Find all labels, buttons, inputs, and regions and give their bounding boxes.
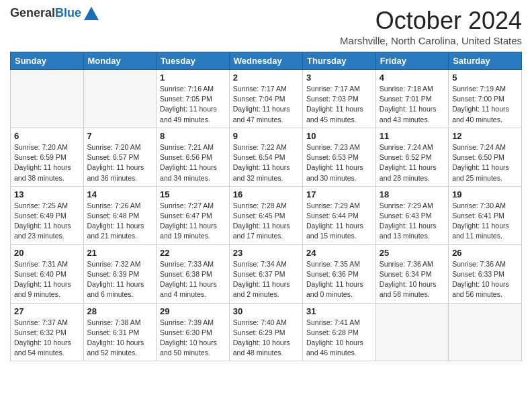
calendar-cell: 9Sunrise: 7:22 AM Sunset: 6:54 PM Daylig… [229, 128, 302, 186]
day-number: 14 [87, 189, 153, 199]
day-number: 15 [160, 189, 226, 199]
day-detail: Sunrise: 7:39 AM Sunset: 6:30 PM Dayligh… [160, 318, 226, 359]
day-detail: Sunrise: 7:17 AM Sunset: 7:03 PM Dayligh… [306, 84, 372, 125]
weekday-header-friday: Friday [375, 52, 448, 70]
day-number: 31 [306, 306, 372, 316]
day-detail: Sunrise: 7:17 AM Sunset: 7:04 PM Dayligh… [233, 84, 299, 125]
day-detail: Sunrise: 7:35 AM Sunset: 6:36 PM Dayligh… [306, 259, 372, 300]
day-number: 26 [452, 248, 518, 258]
day-detail: Sunrise: 7:21 AM Sunset: 6:56 PM Dayligh… [160, 142, 226, 183]
calendar-cell: 18Sunrise: 7:29 AM Sunset: 6:43 PM Dayli… [375, 186, 448, 244]
calendar-week-row: 6Sunrise: 7:20 AM Sunset: 6:59 PM Daylig… [11, 128, 522, 186]
day-number: 22 [160, 248, 226, 258]
day-detail: Sunrise: 7:37 AM Sunset: 6:32 PM Dayligh… [14, 318, 80, 359]
calendar-week-row: 20Sunrise: 7:31 AM Sunset: 6:40 PM Dayli… [11, 244, 522, 303]
day-number: 11 [380, 131, 445, 141]
day-detail: Sunrise: 7:20 AM Sunset: 6:59 PM Dayligh… [14, 142, 80, 183]
day-number: 27 [14, 306, 80, 316]
day-number: 18 [380, 189, 445, 199]
day-number: 20 [14, 248, 80, 258]
day-number: 28 [87, 306, 153, 316]
day-number: 21 [87, 248, 153, 258]
calendar-cell: 22Sunrise: 7:33 AM Sunset: 6:38 PM Dayli… [157, 244, 230, 303]
day-detail: Sunrise: 7:38 AM Sunset: 6:31 PM Dayligh… [87, 318, 153, 359]
day-number: 5 [452, 73, 518, 83]
weekday-header-sunday: Sunday [11, 52, 84, 70]
logo-icon [84, 7, 99, 20]
logo-blue-text: Blue [55, 6, 81, 19]
day-number: 1 [160, 73, 226, 83]
calendar-week-row: 27Sunrise: 7:37 AM Sunset: 6:32 PM Dayli… [11, 303, 522, 361]
day-number: 9 [233, 131, 299, 141]
day-number: 23 [233, 248, 299, 258]
calendar-cell: 29Sunrise: 7:39 AM Sunset: 6:30 PM Dayli… [157, 303, 230, 361]
day-detail: Sunrise: 7:29 AM Sunset: 6:43 PM Dayligh… [380, 201, 445, 242]
calendar-cell: 31Sunrise: 7:41 AM Sunset: 6:28 PM Dayli… [303, 303, 376, 361]
day-detail: Sunrise: 7:40 AM Sunset: 6:29 PM Dayligh… [233, 318, 299, 359]
calendar-cell: 17Sunrise: 7:29 AM Sunset: 6:44 PM Dayli… [303, 186, 376, 244]
page-header: GeneralBlue October 2024 Marshville, Nor… [10, 7, 522, 46]
calendar-header-row: SundayMondayTuesdayWednesdayThursdayFrid… [11, 52, 522, 70]
calendar-cell: 23Sunrise: 7:34 AM Sunset: 6:37 PM Dayli… [229, 244, 302, 303]
calendar-cell: 14Sunrise: 7:26 AM Sunset: 6:48 PM Dayli… [83, 186, 157, 244]
calendar-cell: 8Sunrise: 7:21 AM Sunset: 6:56 PM Daylig… [157, 128, 230, 186]
calendar-cell: 19Sunrise: 7:30 AM Sunset: 6:41 PM Dayli… [449, 186, 522, 244]
calendar-cell [83, 70, 157, 128]
day-detail: Sunrise: 7:27 AM Sunset: 6:47 PM Dayligh… [160, 201, 226, 242]
calendar-cell: 25Sunrise: 7:36 AM Sunset: 6:34 PM Dayli… [375, 244, 448, 303]
title-block: October 2024 Marshville, North Carolina,… [340, 7, 522, 46]
day-detail: Sunrise: 7:41 AM Sunset: 6:28 PM Dayligh… [306, 318, 372, 359]
day-detail: Sunrise: 7:36 AM Sunset: 6:33 PM Dayligh… [452, 259, 518, 300]
calendar-cell: 13Sunrise: 7:25 AM Sunset: 6:49 PM Dayli… [11, 186, 84, 244]
calendar-cell: 4Sunrise: 7:18 AM Sunset: 7:01 PM Daylig… [375, 70, 448, 128]
calendar-cell: 2Sunrise: 7:17 AM Sunset: 7:04 PM Daylig… [229, 70, 302, 128]
day-detail: Sunrise: 7:24 AM Sunset: 6:50 PM Dayligh… [452, 142, 518, 183]
day-number: 10 [306, 131, 372, 141]
day-detail: Sunrise: 7:19 AM Sunset: 7:00 PM Dayligh… [452, 84, 518, 125]
calendar-cell: 24Sunrise: 7:35 AM Sunset: 6:36 PM Dayli… [303, 244, 376, 303]
day-detail: Sunrise: 7:31 AM Sunset: 6:40 PM Dayligh… [14, 259, 80, 300]
calendar-cell: 6Sunrise: 7:20 AM Sunset: 6:59 PM Daylig… [11, 128, 84, 186]
calendar-cell: 21Sunrise: 7:32 AM Sunset: 6:39 PM Dayli… [83, 244, 157, 303]
day-detail: Sunrise: 7:29 AM Sunset: 6:44 PM Dayligh… [306, 201, 372, 242]
calendar-table: SundayMondayTuesdayWednesdayThursdayFrid… [10, 52, 522, 361]
logo: GeneralBlue [10, 7, 99, 20]
calendar-cell [11, 70, 84, 128]
day-detail: Sunrise: 7:24 AM Sunset: 6:52 PM Dayligh… [380, 142, 445, 183]
logo-general-text: General [10, 6, 55, 19]
weekday-header-wednesday: Wednesday [229, 52, 302, 70]
calendar-cell: 28Sunrise: 7:38 AM Sunset: 6:31 PM Dayli… [83, 303, 157, 361]
weekday-header-saturday: Saturday [449, 52, 522, 70]
weekday-header-monday: Monday [83, 52, 157, 70]
day-number: 16 [233, 189, 299, 199]
day-detail: Sunrise: 7:16 AM Sunset: 7:05 PM Dayligh… [160, 84, 226, 125]
day-detail: Sunrise: 7:30 AM Sunset: 6:41 PM Dayligh… [452, 201, 518, 242]
day-number: 17 [306, 189, 372, 199]
calendar-cell: 3Sunrise: 7:17 AM Sunset: 7:03 PM Daylig… [303, 70, 376, 128]
day-detail: Sunrise: 7:22 AM Sunset: 6:54 PM Dayligh… [233, 142, 299, 183]
calendar-cell: 5Sunrise: 7:19 AM Sunset: 7:00 PM Daylig… [449, 70, 522, 128]
day-detail: Sunrise: 7:26 AM Sunset: 6:48 PM Dayligh… [87, 201, 153, 242]
calendar-body: 1Sunrise: 7:16 AM Sunset: 7:05 PM Daylig… [11, 70, 522, 361]
calendar-cell [375, 303, 448, 361]
calendar-cell: 10Sunrise: 7:23 AM Sunset: 6:53 PM Dayli… [303, 128, 376, 186]
day-detail: Sunrise: 7:25 AM Sunset: 6:49 PM Dayligh… [14, 201, 80, 242]
calendar-cell: 11Sunrise: 7:24 AM Sunset: 6:52 PM Dayli… [375, 128, 448, 186]
day-detail: Sunrise: 7:33 AM Sunset: 6:38 PM Dayligh… [160, 259, 226, 300]
day-number: 2 [233, 73, 299, 83]
calendar-cell: 7Sunrise: 7:20 AM Sunset: 6:57 PM Daylig… [83, 128, 157, 186]
day-detail: Sunrise: 7:36 AM Sunset: 6:34 PM Dayligh… [380, 259, 445, 300]
day-number: 24 [306, 248, 372, 258]
day-detail: Sunrise: 7:34 AM Sunset: 6:37 PM Dayligh… [233, 259, 299, 300]
day-detail: Sunrise: 7:20 AM Sunset: 6:57 PM Dayligh… [87, 142, 153, 183]
day-detail: Sunrise: 7:28 AM Sunset: 6:45 PM Dayligh… [233, 201, 299, 242]
month-title: October 2024 [340, 7, 522, 35]
day-detail: Sunrise: 7:23 AM Sunset: 6:53 PM Dayligh… [306, 142, 372, 183]
calendar-cell: 15Sunrise: 7:27 AM Sunset: 6:47 PM Dayli… [157, 186, 230, 244]
day-number: 30 [233, 306, 299, 316]
calendar-cell: 30Sunrise: 7:40 AM Sunset: 6:29 PM Dayli… [229, 303, 302, 361]
calendar-cell [449, 303, 522, 361]
day-number: 12 [452, 131, 518, 141]
weekday-header-tuesday: Tuesday [157, 52, 230, 70]
calendar-cell: 16Sunrise: 7:28 AM Sunset: 6:45 PM Dayli… [229, 186, 302, 244]
